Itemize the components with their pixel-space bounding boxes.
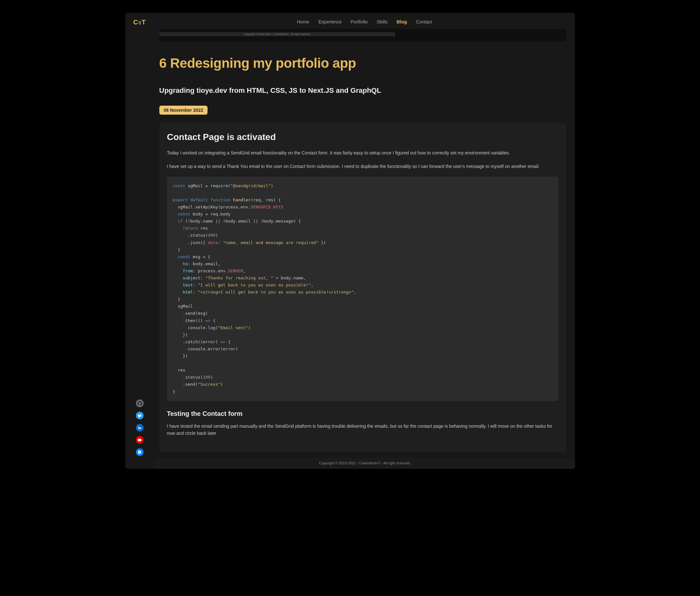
nav-skills[interactable]: Skills [377, 19, 388, 24]
logo-part-c: C [133, 19, 138, 26]
logo-part-t: T [142, 19, 146, 26]
article-paragraph: Today I worked on integrating a SendGrid… [167, 149, 558, 156]
logo-separator-icon: ⚲ [138, 20, 142, 25]
nav-home[interactable]: Home [297, 19, 309, 24]
article-heading: Contact Page is activated [167, 132, 558, 142]
top-nav: Home Experience Portfolio Skills Blog Co… [154, 13, 575, 29]
page-footer: Copyright © 2019-2022 - CodenificienT - … [154, 458, 575, 469]
page-subtitle: Upgrading tioye.dev from HTML, CSS, JS t… [159, 86, 566, 95]
nav-contact[interactable]: Contact [416, 19, 432, 24]
logo[interactable]: C⚲T [133, 19, 146, 26]
linkedin-icon[interactable] [136, 424, 144, 432]
inner-site-preview: Copyright © 2019-2022 - CodenificienT - … [159, 29, 566, 42]
article-paragraph: I have tested the email sending part man… [167, 422, 558, 437]
article-subheading: Testing the Contact form [167, 410, 558, 417]
youtube-icon[interactable] [136, 436, 144, 444]
social-links [136, 399, 144, 456]
page-title: 6 Redesigning my portfolio app [159, 56, 566, 71]
article-card: Contact Page is activated Today I worked… [159, 123, 566, 452]
nav-experience[interactable]: Experience [318, 19, 342, 24]
messenger-icon[interactable] [136, 448, 144, 456]
nav-portfolio[interactable]: Portfolio [350, 19, 368, 24]
github-icon[interactable] [136, 399, 144, 407]
twitter-icon[interactable] [136, 412, 144, 419]
date-badge: 06 November 2022 [159, 106, 208, 114]
article-paragraph: I have set up a way to send a Thank You … [167, 163, 558, 170]
nav-blog[interactable]: Blog [397, 19, 407, 24]
inner-preview-footer: Copyright © 2019-2022 - CodenificienT - … [159, 32, 395, 36]
code-block: const sgMail = require("@sendgrid/mail")… [167, 177, 558, 401]
